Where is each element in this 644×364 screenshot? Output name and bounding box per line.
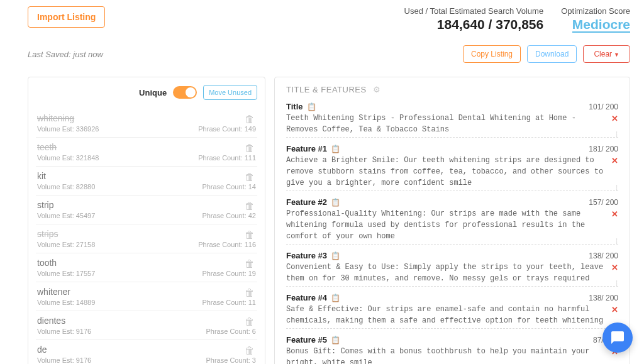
feature-label: Feature #2: [286, 197, 327, 207]
feature-row: Feature #4📋138/ 200Safe & Effective: Our…: [286, 293, 618, 329]
feature-text[interactable]: Achieve a Brighter Smile: Our teeth whit…: [286, 155, 618, 191]
keyword-name: de: [37, 345, 256, 355]
feature-text[interactable]: Bonus Gift: Comes with a bonus toothbrus…: [286, 346, 618, 364]
keyword-row[interactable]: stripsVolume Est: 27158Phrase Count: 116…: [36, 224, 257, 253]
feature-text[interactable]: Professional-Quality Whitening: Our stri…: [286, 208, 618, 245]
keyword-phrase-count: Phrase Count: 19: [202, 270, 256, 277]
keyword-meta: Volume Est: 9176Phrase Count: 6: [37, 328, 256, 335]
keyword-row[interactable]: teethVolume Est: 321848Phrase Count: 111…: [36, 138, 257, 167]
keyword-meta: Volume Est: 9176Phrase Count: 3: [37, 356, 256, 364]
feature-label: Feature #4: [286, 293, 327, 302]
chat-button[interactable]: [602, 323, 633, 353]
feature-head: Feature #3📋138/ 200: [286, 251, 618, 260]
feature-text[interactable]: Teeth Whitening Strips - Professional De…: [286, 113, 618, 138]
keyword-phrase-count: Phrase Count: 42: [202, 212, 256, 219]
keyword-volume: Volume Est: 336926: [37, 125, 198, 133]
feature-text[interactable]: Convenient & Easy to Use: Simply apply t…: [286, 262, 618, 287]
keyword-phrase-count: Phrase Count: 3: [206, 356, 257, 364]
keyword-row[interactable]: dientesVolume Est: 9176Phrase Count: 6🗑: [36, 311, 257, 340]
search-volume-value: 184,640 / 370,856: [404, 17, 544, 32]
download-button[interactable]: Download: [527, 45, 577, 63]
trash-icon[interactable]: 🗑: [245, 114, 255, 125]
feature-row: Title📋101/ 200Teeth Whitening Strips - P…: [286, 102, 618, 138]
keyword-name: dientes: [37, 316, 256, 326]
trash-icon[interactable]: 🗑: [245, 172, 255, 183]
feature-body: Safe & Effective: Our strips are enamel-…: [286, 304, 618, 329]
keyword-meta: Volume Est: 336926Phrase Count: 149: [37, 125, 256, 133]
chevron-down-icon: ▼: [614, 52, 619, 58]
search-volume-stat: Used / Total Estimated Search Volume 184…: [404, 6, 544, 33]
close-icon[interactable]: ✕: [611, 305, 618, 314]
copy-icon[interactable]: 📋: [331, 294, 340, 302]
keyword-name: kit: [37, 171, 256, 181]
feature-row: Feature #5📋87/ 200Bonus Gift: Comes with…: [286, 335, 618, 364]
feature-head: Feature #5📋87/ 200: [286, 335, 618, 345]
keyword-phrase-count: Phrase Count: 149: [198, 125, 256, 133]
clear-button[interactable]: Clear▼: [583, 45, 630, 63]
feature-label: Feature #1: [286, 144, 327, 153]
keyword-phrase-count: Phrase Count: 11: [202, 299, 256, 306]
keyword-row[interactable]: deVolume Est: 9176Phrase Count: 3🗑: [36, 340, 257, 364]
copy-icon[interactable]: 📋: [331, 198, 340, 207]
keyword-row[interactable]: stripVolume Est: 45497Phrase Count: 42🗑: [36, 196, 257, 224]
close-icon[interactable]: ✕: [611, 263, 618, 272]
subheader: Last Saved: just now Copy Listing Downlo…: [28, 45, 630, 63]
keyword-volume: Volume Est: 45497: [37, 212, 202, 219]
feature-row: Feature #1📋181/ 200Achieve a Brighter Sm…: [286, 144, 618, 191]
features-header-label: TITLE & FEATURES: [286, 85, 367, 94]
char-count: 181/ 200: [589, 145, 618, 153]
char-count: 138/ 200: [589, 251, 618, 260]
import-listing-button[interactable]: Import Listing: [28, 6, 105, 28]
keyword-phrase-count: Phrase Count: 6: [206, 328, 257, 335]
keyword-volume: Volume Est: 14889: [37, 299, 202, 306]
unique-label: Unique: [139, 88, 167, 97]
optimization-score-stat: Optimization Score Mediocre: [561, 6, 630, 33]
copy-icon[interactable]: 📋: [331, 336, 340, 345]
keyword-name: whitener: [37, 287, 256, 297]
keyword-volume: Volume Est: 9176: [37, 328, 206, 335]
keyword-name: tooth: [37, 258, 256, 268]
trash-icon[interactable]: 🗑: [245, 229, 255, 241]
keyword-meta: Volume Est: 321848Phrase Count: 111: [37, 154, 256, 162]
gear-icon[interactable]: ⚙: [373, 85, 381, 94]
close-icon[interactable]: ✕: [611, 156, 618, 165]
chat-icon: [610, 330, 625, 345]
action-buttons: Copy Listing Download Clear▼: [463, 45, 630, 63]
keyword-name: strip: [37, 200, 256, 210]
trash-icon[interactable]: 🗑: [245, 201, 255, 212]
features-panel: TITLE & FEATURES ⚙ Title📋101/ 200Teeth W…: [274, 77, 630, 364]
copy-icon[interactable]: 📋: [331, 251, 340, 260]
keyword-row[interactable]: kitVolume Est: 82880Phrase Count: 14🗑: [36, 167, 257, 196]
close-icon[interactable]: ✕: [611, 209, 618, 219]
trash-icon[interactable]: 🗑: [245, 345, 255, 356]
trash-icon[interactable]: 🗑: [245, 258, 255, 270]
trash-icon[interactable]: 🗑: [245, 143, 255, 154]
features-header: TITLE & FEATURES ⚙: [286, 85, 618, 94]
trash-icon[interactable]: 🗑: [245, 287, 255, 299]
feature-row: Feature #3📋138/ 200Convenient & Easy to …: [286, 251, 618, 287]
move-unused-button[interactable]: Move Unused: [203, 85, 257, 100]
feature-label: Title: [286, 102, 303, 111]
trash-icon[interactable]: 🗑: [245, 316, 255, 328]
feature-body: Bonus Gift: Comes with a bonus toothbrus…: [286, 346, 618, 364]
keyword-meta: Volume Est: 14889Phrase Count: 11: [37, 299, 256, 306]
keyword-name: teeth: [37, 142, 256, 152]
keyword-row[interactable]: toothVolume Est: 17557Phrase Count: 19🗑: [36, 253, 257, 282]
unique-toggle[interactable]: [173, 86, 197, 99]
feature-body: Convenient & Easy to Use: Simply apply t…: [286, 262, 618, 287]
close-icon[interactable]: ✕: [611, 114, 618, 123]
feature-text[interactable]: Safe & Effective: Our strips are enamel-…: [286, 304, 618, 329]
copy-icon[interactable]: 📋: [331, 145, 340, 153]
keyword-row[interactable]: whitenerVolume Est: 14889Phrase Count: 1…: [36, 282, 257, 311]
char-count: 101/ 200: [589, 102, 618, 111]
keyword-phrase-count: Phrase Count: 14: [202, 183, 256, 190]
stats: Used / Total Estimated Search Volume 184…: [404, 6, 630, 33]
keyword-meta: Volume Est: 27158Phrase Count: 116: [37, 241, 256, 248]
copy-icon[interactable]: 📋: [307, 102, 316, 111]
copy-listing-button[interactable]: Copy Listing: [463, 45, 521, 63]
feature-head: Feature #1📋181/ 200: [286, 144, 618, 153]
feature-head: Title📋101/ 200: [286, 102, 618, 111]
keyword-meta: Volume Est: 45497Phrase Count: 42: [37, 212, 256, 219]
keyword-row[interactable]: whiteningVolume Est: 336926Phrase Count:…: [36, 109, 257, 138]
keyword-volume: Volume Est: 321848: [37, 154, 198, 162]
